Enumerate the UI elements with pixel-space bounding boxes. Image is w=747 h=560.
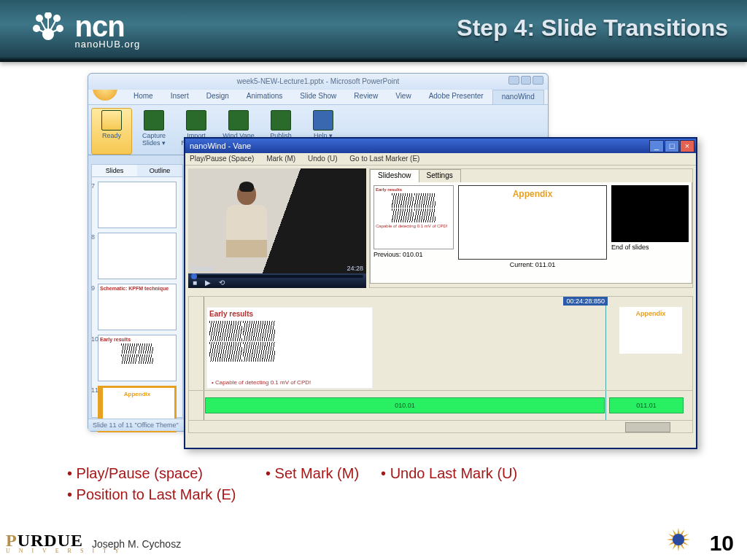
playback-icons[interactable]: ■ ▶ ⟲ [193,279,228,287]
screenshot-area: week5-NEW-Lecture1.pptx - Microsoft Powe… [88,73,693,445]
tab-slideshow[interactable]: Slide Show [291,90,345,104]
current-slide: Appendix Current: 011.01 [458,185,607,268]
timeline-card-prev[interactable]: Early results • Capable of detecting 0.1… [206,307,373,389]
bullet-1: Play/Pause (space) [67,465,203,482]
slides-panel: Slides Outline 7 8 9Schematic: KPFM tech… [91,164,183,418]
thumb-9[interactable]: 9Schematic: KPFM technique [98,284,177,330]
bullet-2: Set Mark (M) [266,465,359,482]
thumb-10[interactable]: 10Early results [98,335,177,381]
tab-slideshow[interactable]: Slideshow [370,169,419,182]
window-controls[interactable] [508,76,543,85]
bullet-3: Undo Last Mark (U) [381,465,517,482]
vane-titlebar: nanoWind - Vane _□× [185,139,696,153]
ribbon-ready[interactable]: Ready [91,108,132,155]
timeline-panel: 00:24:28:850 Early results • Capable of … [188,296,693,433]
slide-header: ncn nanoHUB.org Step 4: Slide Transition… [0,0,747,62]
ppt-titlebar: week5-NEW-Lecture1.pptx - Microsoft Powe… [88,74,548,90]
timeline-card-cur[interactable]: Appendix [619,307,682,354]
tab-view[interactable]: View [387,90,420,104]
tab-design[interactable]: Design [198,90,238,104]
vane-window-controls[interactable]: _□× [649,140,694,152]
bullet-list: Play/Pause (space) Set Mark (M) Undo Las… [67,465,517,508]
timeline-scrollbar[interactable] [189,420,692,432]
nanowind-window: nanoWind - Vane _□× Play/Pause (Space) M… [184,137,697,449]
tab-settings[interactable]: Settings [419,169,461,182]
prev-caption: Previous: 010.01 [374,251,454,258]
svg-point-13 [673,534,684,545]
timeline-timestamp: 00:24:28:850 [563,297,608,306]
ribbon-capture[interactable]: Capture Slides ▾ [133,108,174,155]
tab-outline[interactable]: Outline [137,165,182,176]
cur-caption: Current: 011.01 [458,261,607,268]
tab-adobe[interactable]: Adobe Presenter [420,90,492,104]
timeline-track[interactable]: 010.01 011.01 [189,397,692,413]
vane-title-text: nanoWind - Vane [190,141,251,150]
video-player[interactable]: Paused 24:28 ■ ▶ ⟲ [188,168,366,288]
tab-insert[interactable]: Insert [162,90,198,104]
vane-menu: Play/Pause (Space) Mark (M) Undo (U) Go … [185,153,696,166]
slide-title: Step 4: Slide Transitions [457,15,728,42]
page-number: 10 [710,531,734,556]
segment-1[interactable]: 010.01 [205,397,605,413]
logo-sub-text: nanoHUB.org [74,39,140,50]
menu-undo[interactable]: Undo (U) [308,155,338,163]
slide-footer: PURDUE U N I V E R S I T Y Joseph M. Cyc… [0,525,747,560]
video-state: Paused [191,265,214,272]
menu-playpause[interactable]: Play/Pause (Space) [190,155,254,163]
nanohub-logo: ncn nanoHUB.org [29,10,140,50]
video-controls[interactable]: Paused 24:28 ■ ▶ ⟲ [188,273,366,288]
video-time: 24:28 [347,265,363,272]
progress-bar[interactable] [191,275,363,278]
slideshow-panel: Slideshow Settings Early resultsCapable … [369,168,693,288]
tab-home[interactable]: Home [125,90,162,104]
thumb-8[interactable]: 8 [98,233,177,279]
thumb-7[interactable]: 7 [98,182,177,228]
video-frame [188,168,366,273]
lecturer-figure [220,183,273,273]
next-caption: End of slides [611,244,689,251]
segment-2[interactable]: 011.01 [609,397,684,413]
tab-slides[interactable]: Slides [92,165,137,176]
tab-nanowind[interactable]: nanoWind [492,90,544,104]
ncn-icon [29,12,67,47]
previous-slide: Early resultsCapable of detecting 0.1 mV… [374,185,454,258]
tab-animations[interactable]: Animations [238,90,291,104]
menu-mark[interactable]: Mark (M) [266,155,295,163]
ribbon-tabs: Home Insert Design Animations Slide Show… [88,90,548,104]
menu-goto[interactable]: Go to Last Marker (E) [349,155,419,163]
ppt-title-text: week5-NEW-Lecture1.pptx - Microsoft Powe… [237,77,400,85]
author-name: Joseph M. Cychosz [92,538,181,550]
tab-review[interactable]: Review [345,90,387,104]
next-slide: End of slides [611,185,689,251]
bullet-4: Position to Last Mark (E) [67,486,236,503]
nsf-logo [665,526,692,553]
